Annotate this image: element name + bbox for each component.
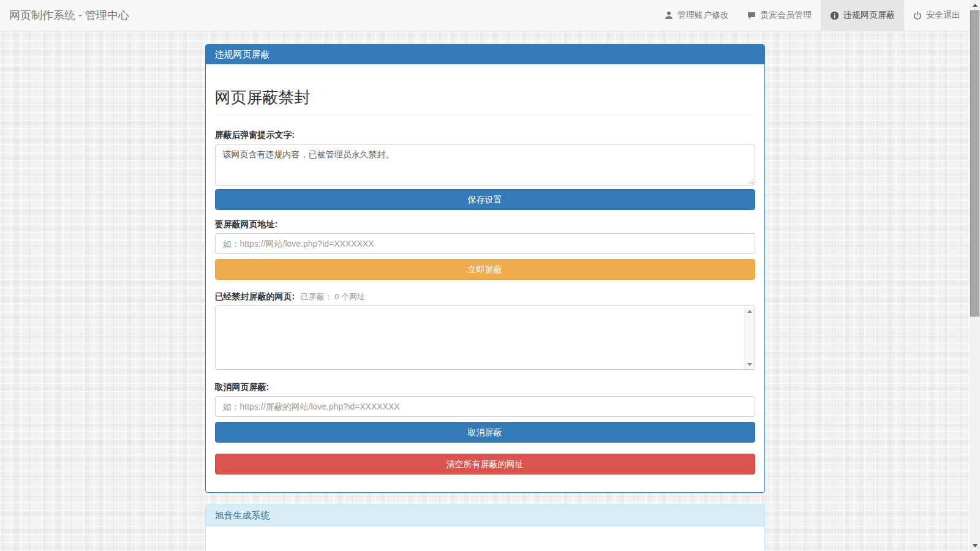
scrollbar-down-icon[interactable] (970, 541, 980, 551)
nav-item-vip-members[interactable]: 贵宾会员管理 (738, 0, 821, 31)
blocked-list-label-row: 已经禁封屏蔽的网页: 已屏蔽： 0 个网址 (215, 291, 755, 302)
block-panel-header: 违规网页屏蔽 (206, 45, 764, 64)
generator-panel-header: 旭音生成系统 (206, 505, 764, 527)
block-panel-body: 网页屏蔽禁封 屏蔽后弹窗提示文字: 该网页含有违规内容，已被管理员永久禁封。 保… (206, 64, 764, 492)
navbar-menu: 管理账户修改 贵宾会员管理 违规网页屏蔽 (655, 0, 970, 31)
info-icon (830, 11, 839, 20)
save-settings-button[interactable]: 保存设置 (215, 189, 755, 210)
nav-item-block-pages[interactable]: 违规网页屏蔽 (821, 0, 904, 31)
block-now-button[interactable]: 立即屏蔽 (215, 259, 755, 280)
clear-all-button[interactable]: 清空所有屏蔽的网址 (215, 454, 755, 474)
power-icon (913, 11, 922, 20)
app-title: 网页制作系统 - 管理中心 (0, 0, 138, 31)
browser-scrollbar[interactable] (970, 0, 980, 551)
popup-textarea-wrap: 该网页含有违规内容，已被管理员永久禁封。 (215, 144, 755, 186)
blocked-list-content (216, 306, 744, 369)
blocked-list-label: 已经禁封屏蔽的网页: (215, 291, 295, 301)
nav-item-logout[interactable]: 安全退出 (904, 0, 970, 31)
unblock-url-label: 取消网页屏蔽: (215, 382, 755, 393)
generator-panel: 旭音生成系统 (205, 504, 765, 551)
nav-item-label: 安全退出 (926, 10, 960, 21)
unblock-url-input[interactable] (215, 396, 755, 417)
navbar: 网页制作系统 - 管理中心 管理账户修改 贵宾会员管理 (0, 0, 970, 31)
nav-item-label: 违规网页屏蔽 (843, 10, 895, 21)
comment-icon (747, 11, 756, 20)
scrollbar-up-icon[interactable] (970, 0, 980, 10)
scrollbar-thumb[interactable] (970, 10, 979, 317)
popup-text-input[interactable]: 该网页含有违规内容，已被管理员永久禁封。 (215, 144, 755, 186)
page-title: 网页屏蔽禁封 (215, 87, 755, 115)
block-panel: 违规网页屏蔽 网页屏蔽禁封 屏蔽后弹窗提示文字: 该网页含有违规内容，已被管理员… (205, 44, 765, 493)
nav-item-label: 管理账户修改 (677, 10, 729, 21)
nav-item-label: 贵宾会员管理 (760, 10, 812, 21)
blocked-count: 已屏蔽： 0 个网址 (301, 292, 365, 301)
user-icon (665, 11, 673, 20)
blocked-list-box[interactable] (215, 305, 755, 370)
blocked-list-scrollbar[interactable] (744, 306, 755, 369)
popup-text-label: 屏蔽后弹窗提示文字: (215, 130, 755, 141)
scroll-down-icon[interactable] (745, 359, 755, 369)
block-url-input[interactable] (215, 233, 755, 254)
scroll-up-icon[interactable] (745, 306, 755, 316)
block-url-label: 要屏蔽网页地址: (215, 219, 755, 230)
nav-item-account[interactable]: 管理账户修改 (655, 0, 738, 31)
clear-button-wrap: 清空所有屏蔽的网址 (215, 454, 755, 474)
page: 网页制作系统 - 管理中心 管理账户修改 贵宾会员管理 (0, 0, 970, 551)
unblock-button[interactable]: 取消屏蔽 (215, 422, 755, 443)
